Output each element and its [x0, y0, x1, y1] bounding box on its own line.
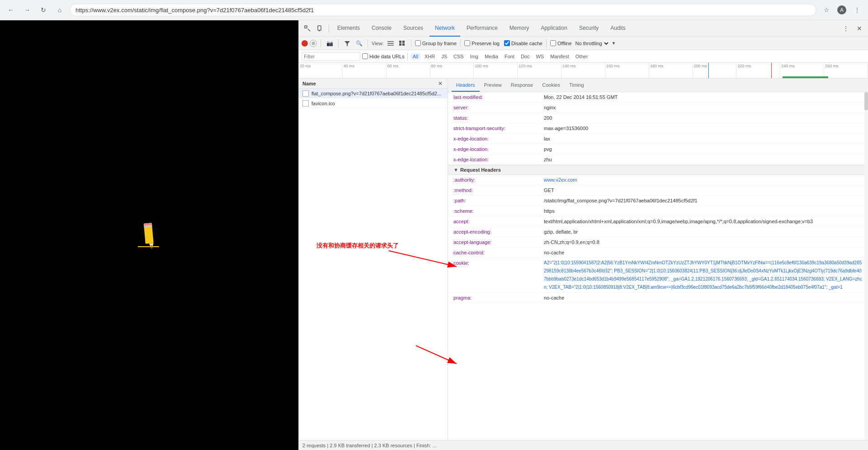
tab-performance[interactable]: Performance: [461, 20, 503, 37]
view-list-button[interactable]: [386, 38, 396, 48]
tab-sources[interactable]: Sources: [398, 20, 429, 37]
scrollbar-thumb[interactable]: [864, 92, 868, 110]
header-name-cache-control: cache-control:: [453, 248, 544, 257]
header-value-xedge-3: zhu: [544, 155, 863, 164]
inspect-element-button[interactable]: [302, 23, 313, 34]
filter-media[interactable]: Media: [482, 53, 500, 60]
filter-ws[interactable]: WS: [533, 53, 546, 60]
filter-css[interactable]: CSS: [451, 53, 466, 60]
filter-bar: Hide data URLs All XHR JS CSS Img Media …: [299, 50, 868, 63]
device-toolbar-button[interactable]: [314, 23, 326, 34]
header-value-sts: max-age=31536000: [544, 124, 863, 132]
tab-separator: [329, 24, 329, 33]
toolbar-sep-4: [411, 39, 411, 47]
toolbar-sep-3: [368, 39, 368, 47]
filter-font[interactable]: Font: [502, 53, 517, 60]
devtools-more-button[interactable]: ⋮: [840, 23, 852, 34]
tick-20ms: 20 ms: [299, 63, 343, 78]
forward-button[interactable]: →: [21, 4, 33, 16]
detail-tab-headers[interactable]: Headers: [452, 79, 480, 92]
group-by-frame-checkbox[interactable]: [415, 40, 421, 46]
home-button[interactable]: ⌂: [53, 4, 66, 16]
disable-cache-label[interactable]: Disable cache: [504, 40, 542, 46]
throttle-select[interactable]: No throttling: [574, 40, 610, 47]
record-button[interactable]: [302, 40, 308, 47]
back-button[interactable]: ←: [5, 4, 17, 16]
close-request-detail-button[interactable]: ✕: [437, 80, 444, 87]
header-accept-encoding: accept-encoding: gzip, deflate, br: [448, 227, 868, 237]
preserve-log-label[interactable]: Preserve log: [464, 40, 500, 46]
menu-button[interactable]: ⋮: [851, 4, 863, 16]
clear-button[interactable]: ⊘: [310, 40, 317, 47]
header-value-server: nginx: [544, 103, 863, 112]
disable-cache-checkbox[interactable]: [504, 40, 510, 46]
filter-other[interactable]: Other: [573, 53, 590, 60]
tab-elements[interactable]: Elements: [332, 20, 365, 37]
filter-img[interactable]: Img: [468, 53, 481, 60]
detail-tab-cookies[interactable]: Cookies: [538, 79, 565, 92]
svg-rect-7: [305, 26, 307, 28]
header-name-accept-encoding: accept-encoding:: [453, 228, 544, 236]
svg-line-8: [308, 29, 310, 31]
request-headers-section[interactable]: ▼ Request Headers: [448, 165, 868, 175]
tab-network[interactable]: Network: [429, 20, 460, 37]
header-name-sts: strict-transport-security:: [453, 124, 544, 132]
tab-console[interactable]: Console: [366, 20, 397, 37]
bookmark-button[interactable]: ☆: [820, 4, 833, 16]
tab-memory[interactable]: Memory: [504, 20, 534, 37]
header-pragma: pragma: no-cache: [448, 293, 868, 303]
detail-tab-preview[interactable]: Preview: [480, 79, 506, 92]
view-large-button[interactable]: [397, 38, 407, 48]
toolbar-sep-5: [460, 39, 461, 47]
filter-all[interactable]: All: [410, 53, 420, 60]
disable-cache-text: Disable cache: [511, 41, 542, 46]
network-item-flat-compose[interactable]: flat_compose.png?v=7d21f0767aeba06f1dec2…: [299, 89, 448, 98]
scrollbar-track[interactable]: [864, 92, 868, 440]
offline-checkbox[interactable]: [550, 40, 556, 46]
tick-120ms: 120 ms: [518, 63, 561, 78]
headers-content[interactable]: last-modified: Mon, 22 Dec 2014 16:51:55…: [448, 92, 868, 440]
filter-xhr[interactable]: XHR: [422, 53, 437, 60]
network-list: Name ✕ flat_compose.png?v=7d21f0767aeba0…: [299, 79, 448, 440]
page-content: [0, 20, 298, 450]
camera-button[interactable]: 📷: [325, 38, 335, 48]
filter-js[interactable]: JS: [439, 53, 449, 60]
filter-input[interactable]: [302, 52, 360, 61]
filter-doc[interactable]: Doc: [519, 53, 532, 60]
hide-data-urls-checkbox[interactable]: [362, 53, 368, 59]
profile-button[interactable]: A: [835, 4, 848, 16]
header-name-pragma: pragma:: [453, 294, 544, 302]
network-toolbar: ⊘ 📷 🔍 View: Group by frame Preserve log …: [299, 37, 868, 50]
offline-label[interactable]: Offline: [550, 40, 572, 46]
tab-audits[interactable]: Audits: [605, 20, 631, 37]
header-scheme: :scheme: https: [448, 206, 868, 216]
header-server: server: nginx: [448, 103, 868, 113]
devtools-close-button[interactable]: ✕: [854, 23, 865, 34]
preserve-log-checkbox[interactable]: [464, 40, 470, 46]
detail-tab-response[interactable]: Response: [506, 79, 538, 92]
detail-tab-timing[interactable]: Timing: [565, 79, 589, 92]
reload-button[interactable]: ↻: [37, 4, 50, 16]
request-headers-title: Request Headers: [460, 167, 501, 173]
header-value-cache-control: no-cache: [544, 248, 863, 257]
header-name-cookie: cookie:: [453, 259, 544, 291]
devtools-main-toolbar: Elements Console Sources Network Perform…: [299, 20, 868, 37]
filter-manifest[interactable]: Manifest: [548, 53, 571, 60]
tick-140ms: 140 ms: [561, 63, 605, 78]
search-button[interactable]: 🔍: [354, 38, 364, 48]
address-bar[interactable]: [70, 4, 816, 16]
header-xedge-2: x-edge-location: pvg: [448, 144, 868, 155]
header-name-status: status:: [453, 114, 544, 122]
network-item-favicon[interactable]: favicon.ico: [299, 98, 448, 108]
tab-security[interactable]: Security: [574, 20, 604, 37]
header-name-scheme: :scheme:: [453, 207, 544, 215]
toolbar-sep-6: [546, 39, 547, 47]
tab-application[interactable]: Application: [535, 20, 573, 37]
header-xedge-1: x-edge-location: lax: [448, 134, 868, 144]
group-by-frame-label[interactable]: Group by frame: [415, 40, 457, 46]
hide-data-urls-label[interactable]: Hide data URLs: [362, 53, 405, 59]
filter-button[interactable]: [342, 38, 352, 48]
svg-marker-11: [344, 41, 350, 46]
tick-200ms: 200 ms: [693, 63, 737, 78]
devtools-statusbar: 2 requests | 2.9 KB transferred | 2.3 KB…: [299, 440, 868, 450]
